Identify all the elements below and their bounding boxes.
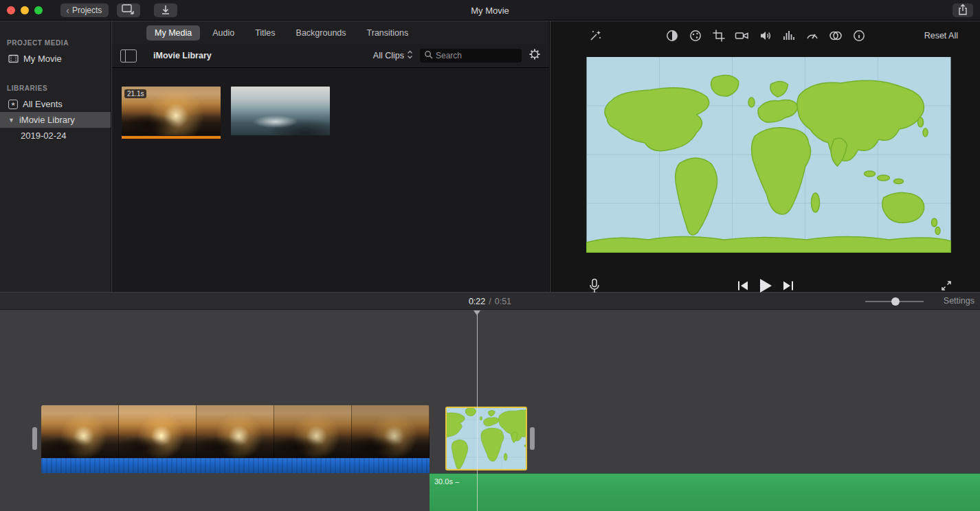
clip-thumbnail-sunset[interactable]: 21.1s xyxy=(122,87,221,139)
filmstrip-frame xyxy=(119,405,197,458)
timeline[interactable]: 30.0s – xyxy=(0,310,980,511)
disclosure-triangle-icon[interactable]: ▼ xyxy=(8,117,14,124)
noise-reduction-button[interactable] xyxy=(777,27,801,45)
trim-handle-left[interactable] xyxy=(32,427,37,450)
share-button[interactable] xyxy=(953,3,973,17)
filters-button[interactable] xyxy=(824,27,847,45)
sidebar-item-label: All Events xyxy=(23,99,63,109)
filmstrip-frame xyxy=(352,405,430,458)
info-button[interactable] xyxy=(847,27,871,45)
tab-transitions[interactable]: Transitions xyxy=(359,25,417,41)
browser-toolbar: iMovie Library All Clips xyxy=(112,44,549,68)
timeline-clip-worldmap-selected[interactable] xyxy=(445,407,527,470)
clip-duration-badge: 21.1s xyxy=(124,89,146,98)
event-date-label: 2019-02-24 xyxy=(21,130,67,141)
filmstrip-frame xyxy=(41,405,119,458)
project-media-header: PROJECT MEDIA xyxy=(7,39,111,47)
timeline-header: 0:22 / 0:51 Settings xyxy=(0,293,980,310)
libraries-header: LIBRARIES xyxy=(7,84,111,92)
in-use-indicator xyxy=(122,136,221,139)
popup-chevrons-icon xyxy=(407,50,413,61)
current-time: 0:22 xyxy=(469,297,485,306)
next-frame-button[interactable] xyxy=(782,280,794,294)
search-input[interactable] xyxy=(436,51,511,60)
crop-button[interactable] xyxy=(707,27,731,45)
speed-button[interactable] xyxy=(801,27,824,45)
music-clip-duration-label: 30.0s – xyxy=(430,474,980,486)
total-time: 0:51 xyxy=(495,297,511,306)
library-sidebar: PROJECT MEDIA My Movie LIBRARIES ★ All E… xyxy=(0,21,111,292)
color-correction-button[interactable] xyxy=(684,27,707,45)
filmstrip xyxy=(41,405,430,458)
volume-button[interactable] xyxy=(754,27,777,45)
window-title: My Movie xyxy=(0,0,980,21)
tab-backgrounds[interactable]: Backgrounds xyxy=(288,25,355,41)
search-icon xyxy=(424,49,433,62)
media-tab-bar: My Media Audio Titles Backgrounds Transi… xyxy=(112,21,549,44)
title-bar: ‹ Projects My Movie xyxy=(0,0,980,21)
timeline-settings-button[interactable]: Settings xyxy=(944,296,975,306)
zoom-slider-knob[interactable] xyxy=(891,297,900,306)
sidebar-item-imovie-library[interactable]: ▼ iMovie Library xyxy=(0,112,111,128)
clip-filter-popup[interactable]: All Clips xyxy=(373,50,413,61)
previous-frame-button[interactable] xyxy=(737,280,749,294)
sidebar-item-all-events[interactable]: ★ All Events xyxy=(0,96,111,112)
share-icon xyxy=(957,3,968,18)
filmstrip-frame xyxy=(274,405,352,458)
clip-filter-label: All Clips xyxy=(373,51,404,60)
clip-grid: 21.1s xyxy=(112,68,549,139)
trim-handle-right[interactable] xyxy=(530,427,535,450)
auto-enhance-button[interactable] xyxy=(583,27,607,45)
timeline-clip-sunset[interactable] xyxy=(41,405,430,473)
timecode-display: 0:22 / 0:51 xyxy=(0,293,980,310)
sidebar-item-label: iMovie Library xyxy=(19,115,75,125)
star-icon: ★ xyxy=(8,100,18,109)
media-browser: My Media Audio Titles Backgrounds Transi… xyxy=(112,21,550,292)
timeline-zoom-slider[interactable] xyxy=(865,301,924,302)
reset-all-button[interactable]: Reset All xyxy=(924,31,958,41)
clip-thumbnail-coast[interactable] xyxy=(231,87,330,139)
sidebar-toggle-button[interactable] xyxy=(120,49,137,63)
color-balance-button[interactable] xyxy=(660,27,684,45)
search-field[interactable] xyxy=(420,49,522,63)
viewer-panel: Reset All xyxy=(550,21,980,292)
tab-titles[interactable]: Titles xyxy=(247,25,283,41)
tab-my-media[interactable]: My Media xyxy=(146,25,200,41)
filmstrip-frame xyxy=(197,405,274,458)
sidebar-item-event-date[interactable]: 2019-02-24 xyxy=(0,128,111,144)
browser-panel-title: iMovie Library xyxy=(153,51,212,60)
background-music-clip[interactable]: 30.0s – xyxy=(430,473,980,511)
time-separator: / xyxy=(489,297,491,306)
film-project-icon xyxy=(8,54,19,63)
search-filter-button[interactable] xyxy=(528,48,541,63)
sidebar-item-label: My Movie xyxy=(23,54,62,64)
playhead-line[interactable] xyxy=(477,315,478,511)
clip-image xyxy=(231,87,330,135)
imovie-window: ‹ Projects My Movie xyxy=(0,0,980,511)
tab-audio[interactable]: Audio xyxy=(204,25,243,41)
clip-audio-waveform xyxy=(41,458,430,473)
adjust-toolbar: Reset All xyxy=(550,21,980,50)
stabilization-button[interactable] xyxy=(731,27,754,45)
sidebar-item-my-movie[interactable]: My Movie xyxy=(0,51,111,67)
preview-world-map xyxy=(586,57,951,253)
